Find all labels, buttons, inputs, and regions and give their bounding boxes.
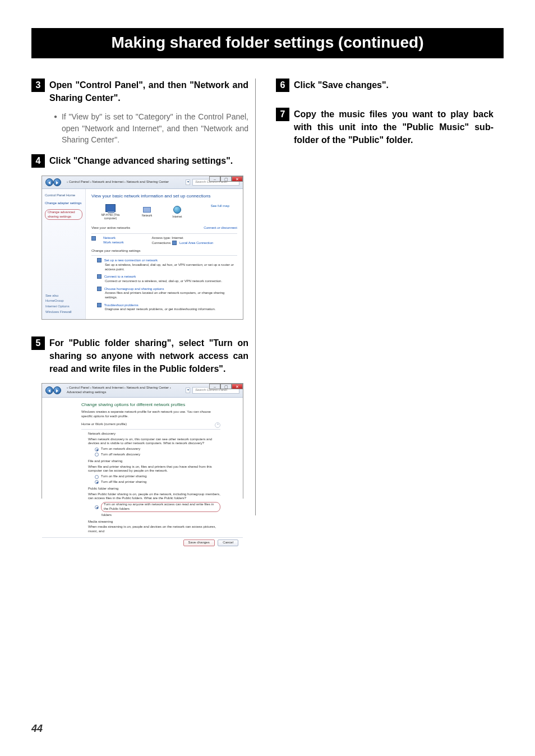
- maximize-button[interactable]: ▢: [220, 384, 232, 389]
- page-heading: Change sharing options for different net…: [81, 402, 220, 408]
- profile-heading: Home or Work (current profile): [81, 422, 127, 428]
- screenshot-network-sharing-center: – ▢ ✕ › Control Panel › Network and Inte…: [41, 176, 243, 319]
- step-text: Click "Save changes".: [294, 79, 389, 91]
- back-button[interactable]: [45, 178, 53, 186]
- breadcrumb[interactable]: › Control Panel › Network and Internet ›…: [67, 386, 183, 395]
- minimize-button[interactable]: –: [209, 176, 220, 182]
- connect-network-desc: Connect or reconnect to a wireless, wire…: [105, 279, 237, 284]
- troubleshoot-icon: [97, 303, 102, 307]
- window-controls: – ▢ ✕: [209, 176, 243, 182]
- step-3: 3 Open "Control Panel", and then "Networ…: [31, 79, 248, 104]
- radio-label: Turn on network discovery: [101, 447, 140, 451]
- setup-connection-desc: Set up a wireless, broadband, dial-up, a…: [105, 263, 237, 272]
- radio-fp-off[interactable]: Turn off file and printer sharing: [95, 480, 220, 485]
- step-number: 6: [276, 79, 289, 92]
- connection-link[interactable]: Local Area Connection: [179, 241, 213, 245]
- step-text: For "Public folder sharing", select "Tur…: [49, 336, 248, 376]
- connect-icon: [97, 274, 102, 279]
- close-button[interactable]: ✕: [232, 176, 243, 182]
- sidebar-link-advanced-sharing[interactable]: Change advanced sharing settings: [45, 209, 82, 220]
- radio-label: Turn off file and printer sharing: [101, 480, 146, 485]
- forward-button[interactable]: [53, 386, 61, 394]
- radio-fp-on[interactable]: Turn on file and printer sharing: [95, 474, 220, 479]
- step-number: 5: [31, 336, 45, 350]
- homegroup-desc: Access files and printers located on oth…: [105, 291, 237, 300]
- network-type[interactable]: Work network: [103, 241, 124, 245]
- sidebar-link-internet-options[interactable]: Internet Options: [45, 305, 72, 309]
- connect-network-link[interactable]: Connect to a network: [104, 275, 136, 278]
- active-networks-label: View your active networks: [91, 226, 130, 231]
- collapse-icon[interactable]: ⌃: [215, 422, 220, 428]
- step-number: 7: [276, 108, 289, 121]
- radio-pf-on-cont: folders: [102, 513, 220, 518]
- troubleshoot-link[interactable]: Troubleshoot problems: [104, 303, 139, 306]
- media-streaming-heading: Media streaming: [88, 520, 220, 524]
- path-dropdown[interactable]: ▾: [186, 179, 190, 185]
- window-controls: – ▢ ✕: [209, 384, 243, 389]
- step-text: Click "Change advanced sharing settings"…: [49, 154, 233, 167]
- minimize-button[interactable]: –: [209, 384, 220, 389]
- radio-icon: [95, 448, 99, 451]
- step-text: Copy the music files you want to play ba…: [294, 108, 494, 147]
- media-streaming-desc: When media streaming is on, people and d…: [88, 525, 220, 534]
- step-7: 7 Copy the music files you want to play …: [276, 108, 494, 147]
- sidebar-link-adapter[interactable]: Change adapter settings: [45, 201, 82, 206]
- step-4: 4 Click "Change advanced sharing setting…: [31, 154, 248, 168]
- radio-icon: [95, 505, 99, 509]
- homegroup-icon: [97, 287, 102, 291]
- network-name[interactable]: Network: [103, 236, 124, 241]
- step-number: 3: [31, 79, 45, 92]
- close-button[interactable]: ✕: [232, 384, 243, 389]
- homegroup-link[interactable]: Choose homegroup and sharing options: [104, 287, 164, 290]
- network-discovery-heading: Network discovery: [88, 432, 220, 436]
- section-title: Making shared folder settings (continued…: [31, 28, 504, 58]
- connect-disconnect-link[interactable]: Connect or disconnect: [204, 226, 237, 231]
- sidebar-heading: Control Panel Home: [45, 193, 82, 198]
- see-also-heading: See also: [45, 294, 72, 298]
- step-6: 6 Click "Save changes".: [276, 79, 494, 92]
- pc-icon: [105, 204, 116, 212]
- radio-icon: [95, 480, 99, 484]
- network-label: Network: [142, 214, 152, 218]
- step-number: 4: [31, 154, 45, 168]
- maximize-button[interactable]: ▢: [220, 176, 232, 182]
- network-small-icon: [91, 236, 96, 241]
- breadcrumb[interactable]: › Control Panel › Network and Internet ›…: [67, 180, 183, 185]
- internet-icon: [173, 206, 181, 214]
- radio-pf-on[interactable]: Turn on sharing so anyone with network a…: [95, 502, 220, 512]
- sidebar-link-firewall[interactable]: Windows Firewall: [45, 310, 72, 315]
- main-heading: View your basic network information and …: [91, 193, 237, 199]
- access-type-label: Access type:: [152, 236, 171, 239]
- radio-label: Turn off network discovery: [101, 453, 140, 457]
- full-map-link[interactable]: See full map: [211, 204, 229, 209]
- connections-label: Connections:: [152, 241, 172, 245]
- step-text: Open "Control Panel", and then "Network …: [49, 79, 248, 104]
- radio-icon: [95, 453, 99, 457]
- troubleshoot-desc: Diagnose and repair network problems, or…: [105, 307, 237, 312]
- right-column: 6 Click "Save changes". 7 Copy the music…: [269, 79, 494, 515]
- setup-connection-link[interactable]: Set up a new connection or network: [104, 259, 158, 262]
- sidebar-link-homegroup[interactable]: HomeGroup: [45, 299, 72, 303]
- file-printer-heading: File and printer sharing: [88, 459, 220, 464]
- internet-label: Internet: [172, 215, 182, 219]
- page-number: 44: [31, 723, 43, 735]
- pc-label: NP-H750 (This computer): [99, 213, 122, 220]
- public-folder-desc: When Public folder sharing is on, people…: [88, 492, 220, 501]
- file-printer-desc: When file and printer sharing is on, fil…: [88, 465, 220, 474]
- change-settings-heading: Change your networking settings: [91, 249, 237, 253]
- cancel-button[interactable]: Cancel: [218, 540, 238, 546]
- forward-button[interactable]: [53, 178, 61, 186]
- left-column: 3 Open "Control Panel", and then "Networ…: [31, 79, 256, 515]
- radio-nd-off[interactable]: Turn off network discovery: [95, 453, 220, 457]
- screenshot-advanced-sharing: – ▢ ✕ › Control Panel › Network and Inte…: [41, 383, 243, 499]
- public-folder-heading: Public folder sharing: [88, 487, 220, 491]
- page-description: Windows creates a separate network profi…: [81, 410, 220, 419]
- radio-nd-on[interactable]: Turn on network discovery: [95, 447, 220, 451]
- lan-icon: [172, 241, 177, 245]
- radio-label-cont: folders: [102, 513, 112, 518]
- step-5: 5 For "Public folder sharing", select "T…: [31, 336, 248, 376]
- radio-icon: [95, 475, 99, 479]
- save-changes-button[interactable]: Save changes: [183, 540, 215, 546]
- path-dropdown[interactable]: ▾: [186, 388, 190, 393]
- back-button[interactable]: [45, 386, 53, 394]
